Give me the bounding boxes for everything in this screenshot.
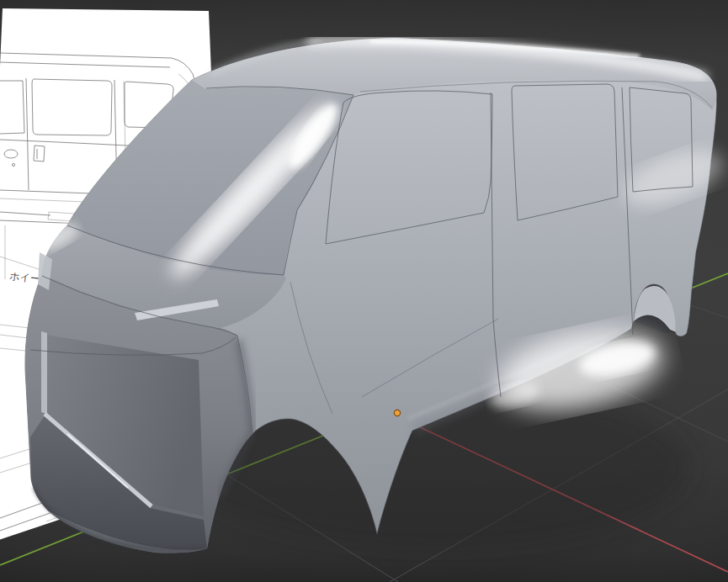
object-origin-point[interactable] [394, 410, 400, 415]
bumper-bevel-vertical [41, 331, 47, 414]
viewport[interactable]: ホイー 全長3,395 [0, 0, 728, 582]
viewport-canvas[interactable]: ホイー 全長3,395 [0, 0, 728, 582]
